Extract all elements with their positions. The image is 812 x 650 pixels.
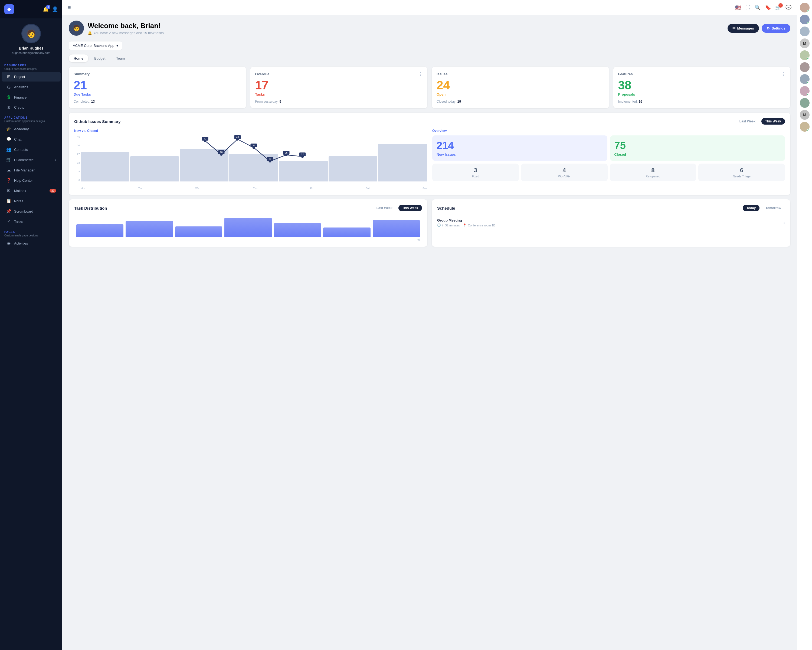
task-distribution-panel: Task Distribution Last Week This Week 40 (69, 199, 427, 247)
last-week-button[interactable]: Last Week (736, 118, 759, 125)
task-last-week-button[interactable]: Last Week (373, 205, 396, 211)
main-content: 🧑 Welcome back, Brian! 🔔 You have 2 new … (62, 15, 797, 650)
sidebar-item-filemanager[interactable]: ☁ File Manager (2, 165, 61, 175)
online-indicator (807, 129, 809, 132)
stat-title: Summary (73, 72, 90, 76)
contact-avatar[interactable] (800, 50, 810, 60)
messages-icon[interactable]: 💬 (786, 5, 791, 11)
sidebar-item-label: Mailbox (14, 189, 26, 193)
sidebar-item-project[interactable]: ⊞ Project (2, 72, 61, 81)
right-panel: M M (797, 0, 812, 650)
mailbox-badge: 27 (50, 189, 56, 193)
tab-budget[interactable]: Budget (89, 54, 110, 62)
contact-avatar[interactable]: M (800, 38, 810, 48)
welcome-avatar: 🧑 (69, 21, 84, 36)
sidebar-item-mailbox[interactable]: ✉ Mailbox 27 (2, 186, 61, 196)
stat-number: 24 (437, 80, 604, 91)
user-email: hughes.brian@company.com (12, 51, 50, 54)
contact-avatar[interactable]: M (800, 110, 810, 120)
card-menu-icon[interactable]: ⋮ (237, 72, 241, 76)
fullscreen-icon[interactable]: ⛶ (745, 5, 750, 10)
sidebar-item-contacts[interactable]: 👥 Contacts (2, 145, 61, 154)
online-indicator (807, 22, 809, 24)
sidebar-item-helpcenter[interactable]: ❓ Help Center › (2, 176, 61, 185)
tab-home[interactable]: Home (69, 54, 88, 62)
app-logo[interactable]: ◆ (4, 5, 14, 14)
user-icon[interactable]: 👤 (52, 6, 58, 12)
this-week-button[interactable]: This Week (762, 118, 785, 125)
sidebar-item-chat[interactable]: 💬 Chat (2, 134, 61, 144)
sidebar-item-finance[interactable]: 💲 Finance (2, 92, 61, 102)
y-axis: 45 36 27 18 9 0 (74, 135, 81, 182)
welcome-actions: ✉ Messages ⚙ Settings (728, 24, 791, 33)
stat-footer: From yesterday: 9 (255, 99, 423, 104)
sidebar-item-label: Analytics (14, 85, 28, 89)
contact-avatar[interactable] (800, 74, 810, 84)
reopened-card: 8 Re-opened (610, 164, 696, 181)
schedule-panel: Schedule Today Tomorrow Group Meeting 🕐 … (432, 199, 791, 247)
schedule-title: Schedule (437, 206, 455, 210)
sidebar-item-notes[interactable]: 📋 Notes (2, 196, 61, 206)
fixed-label: Fixed (435, 175, 516, 178)
stat-footer: Implemented: 16 (618, 99, 786, 104)
flag-icon[interactable]: 🇺🇸 (735, 5, 741, 11)
sidebar-item-analytics[interactable]: ◷ Analytics (2, 82, 61, 92)
dashboards-sublabel: Unique dashboard designs (4, 67, 58, 70)
contact-avatar[interactable] (800, 3, 810, 12)
pages-label: PAGES (4, 231, 58, 234)
search-icon[interactable]: 🔍 (755, 5, 760, 11)
cart-icon[interactable]: 🛒 5 (775, 5, 781, 11)
tomorrow-button[interactable]: Tomorrow (762, 205, 785, 211)
bookmark-icon[interactable]: 🔖 (765, 5, 771, 11)
settings-button[interactable]: ⚙ Settings (762, 24, 791, 33)
task-dist-chart (74, 216, 422, 237)
crypto-icon: $ (6, 105, 11, 110)
welcome-section: 🧑 Welcome back, Brian! 🔔 You have 2 new … (69, 21, 791, 36)
pages-section: PAGES Custom made page designs (0, 227, 62, 238)
contact-avatar[interactable] (800, 26, 810, 36)
sidebar-item-label: Activities (14, 241, 28, 245)
stat-card-summary: Summary ⋮ 21 Due Tasks Completed: 13 (69, 67, 246, 109)
project-icon: ⊞ (6, 74, 11, 79)
sidebar-item-activities[interactable]: ◉ Activities (2, 238, 61, 248)
stat-card-features: Features ⋮ 38 Proposals Implemented: 16 (613, 67, 791, 109)
contact-avatar[interactable] (800, 15, 810, 24)
sidebar-item-ecommerce[interactable]: 🛒 ECommerce › (2, 155, 61, 165)
needs-triage-label: Needs Triage (702, 175, 782, 178)
wont-fix-card: 4 Won't Fix (521, 164, 607, 181)
github-panel-title: Github Issues Summary (74, 119, 121, 124)
svg-text:25: 25 (285, 151, 287, 154)
contact-avatar[interactable] (800, 122, 810, 132)
svg-text:34: 34 (252, 144, 255, 147)
card-menu-icon[interactable]: ⋮ (781, 72, 786, 76)
contact-avatar[interactable] (800, 62, 810, 72)
sidebar-item-tasks[interactable]: ✓ Tasks (2, 217, 61, 226)
tabs: Home Budget Team (69, 54, 791, 62)
notifications-icon[interactable]: 🔔 3 (43, 6, 49, 12)
stats-row: Summary ⋮ 21 Due Tasks Completed: 13 Ove… (69, 67, 791, 109)
sidebar-item-academy[interactable]: 🎓 Academy (2, 124, 61, 134)
schedule-arrow-icon[interactable]: › (783, 220, 785, 226)
tab-team[interactable]: Team (111, 54, 130, 62)
sidebar-item-label: Tasks (14, 220, 23, 224)
menu-icon[interactable]: ≡ (68, 5, 71, 11)
github-panel: Github Issues Summary Last Week This Wee… (69, 113, 791, 195)
envelope-icon: ✉ (733, 26, 736, 30)
schedule-item: Group Meeting 🕐 in 32 minutes 📍 Conferen… (437, 216, 785, 230)
messages-button[interactable]: ✉ Messages (728, 24, 759, 33)
contact-avatar[interactable] (800, 98, 810, 108)
apps-sublabel: Custom made application designs (4, 120, 58, 123)
sidebar-item-scrumboard[interactable]: 📌 Scrumboard (2, 206, 61, 216)
card-menu-icon[interactable]: ⋮ (418, 72, 423, 76)
task-this-week-button[interactable]: This Week (398, 205, 422, 211)
contact-avatar[interactable] (800, 86, 810, 96)
stat-card-header: Issues ⋮ (437, 72, 604, 76)
stat-label: Tasks (255, 92, 423, 96)
sidebar-item-label: Chat (14, 137, 21, 141)
card-menu-icon[interactable]: ⋮ (600, 72, 604, 76)
user-profile: 🧑 Brian Hughes hughes.brian@company.com (0, 18, 62, 60)
today-button[interactable]: Today (743, 205, 760, 211)
project-selector[interactable]: ACME Corp. Backend App ▾ (69, 41, 122, 50)
new-issues-label: New Issues (437, 153, 603, 156)
sidebar-item-crypto[interactable]: $ Crypto (2, 102, 61, 112)
